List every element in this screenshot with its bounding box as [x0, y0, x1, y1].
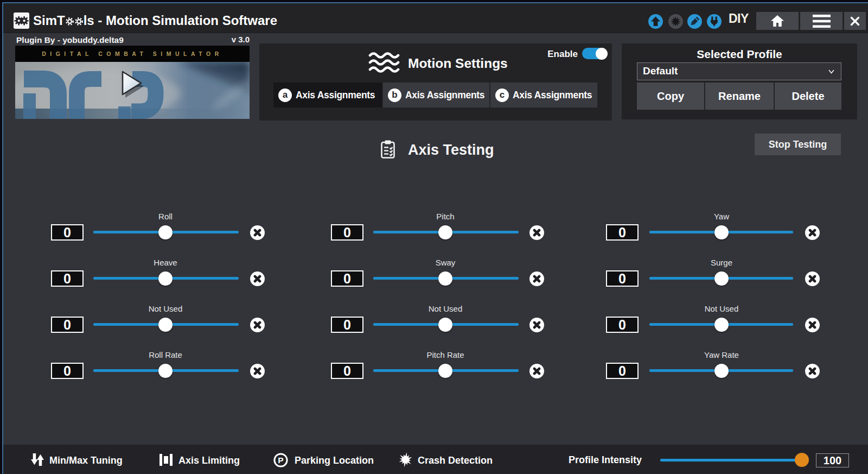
svg-text:P: P: [278, 456, 283, 465]
